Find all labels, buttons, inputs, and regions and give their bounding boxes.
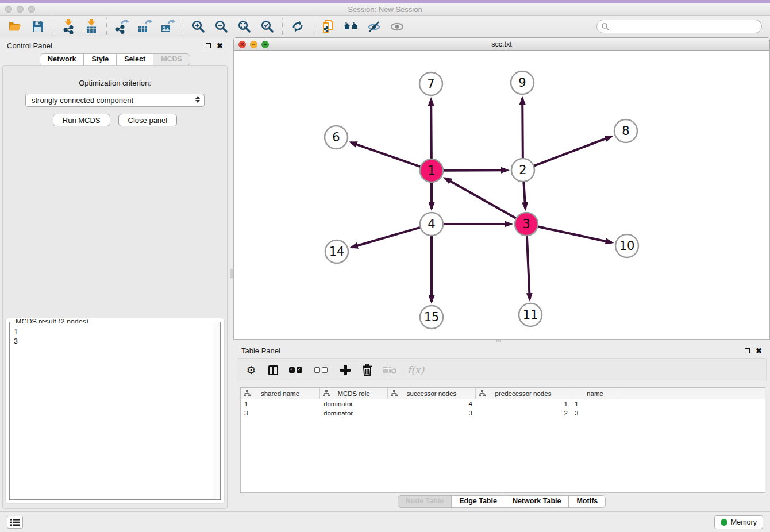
cell-name[interactable]: 1	[571, 400, 619, 407]
delete-table-button[interactable]	[383, 365, 397, 375]
mcds-result-groupbox: MCDS result (2 nodes) 1 3	[9, 322, 221, 500]
table-settings-button[interactable]: ⚙	[245, 364, 257, 376]
result-scrollbar[interactable]	[213, 323, 220, 499]
export-table-icon	[137, 19, 152, 34]
delete-column-button[interactable]	[361, 364, 373, 376]
select-all-columns-button[interactable]	[289, 367, 304, 373]
graph-node-2[interactable]: 2	[511, 159, 534, 182]
float-panel-icon[interactable]	[745, 348, 750, 353]
criterion-selected-value: strongly connected component	[32, 96, 133, 105]
cell-predecessor-nodes[interactable]: 1	[476, 400, 571, 407]
graph-edge-2-8[interactable]	[534, 137, 611, 166]
deselect-all-icon	[314, 367, 320, 373]
zoom-fit-icon	[237, 20, 251, 33]
import-network-button[interactable]	[57, 17, 80, 36]
graph-edge-3-10[interactable]	[538, 226, 612, 242]
cell-mcds-role[interactable]: dominator	[320, 410, 388, 417]
float-panel-icon[interactable]	[206, 43, 211, 48]
export-image-button[interactable]	[156, 17, 179, 36]
network-canvas[interactable]: 7968124314101511	[233, 51, 770, 340]
cell-successor-nodes[interactable]: 3	[388, 410, 476, 417]
tab-style[interactable]: Style	[83, 53, 117, 66]
tab-mcds[interactable]: MCDS	[153, 53, 190, 66]
graph-edge-1-7[interactable]	[431, 99, 432, 159]
table-row[interactable]: 1 dominator 4 1 1	[241, 399, 765, 408]
tab-motifs[interactable]: Motifs	[568, 495, 606, 508]
zoom-in-button[interactable]	[187, 17, 210, 36]
import-table-button[interactable]	[80, 17, 103, 36]
table-row[interactable]: 3 dominator 3 2 3	[241, 408, 765, 418]
export-network-button[interactable]	[110, 17, 133, 36]
save-session-button[interactable]	[26, 17, 49, 36]
graph-node-4[interactable]: 4	[420, 213, 443, 236]
graph-node-11[interactable]: 11	[519, 303, 542, 326]
network-window-titlebar[interactable]: ✕ − + scc.txt	[233, 37, 770, 51]
table-panel: Table Panel ✖ ⚙ f(x) sha	[233, 342, 770, 511]
graph-node-1[interactable]: 1	[420, 159, 443, 182]
column-label: shared name	[261, 390, 299, 397]
column-header-mcds-role[interactable]: MCDS role	[320, 388, 388, 399]
cell-mcds-role[interactable]: dominator	[320, 400, 388, 407]
zoom-selected-button[interactable]	[256, 17, 279, 36]
graph-node-10[interactable]: 10	[615, 234, 638, 257]
open-session-button[interactable]	[3, 17, 26, 36]
new-network-from-selection-button[interactable]	[317, 17, 340, 36]
cell-successor-nodes[interactable]: 4	[388, 400, 476, 407]
graph-node-6[interactable]: 6	[325, 126, 348, 149]
cell-shared-name[interactable]: 3	[241, 410, 320, 417]
graph-node-3[interactable]: 3	[515, 213, 538, 236]
function-builder-button[interactable]: f(x)	[407, 364, 424, 376]
graph-node-8[interactable]: 8	[614, 119, 637, 142]
column-header-name[interactable]: name	[571, 388, 619, 399]
graph-edge-2-9[interactable]	[522, 98, 523, 159]
graph-node-7[interactable]: 7	[419, 72, 442, 95]
column-label: successor nodes	[407, 390, 456, 397]
column-header-predecessor-nodes[interactable]: predecessor nodes	[476, 388, 571, 399]
graph-node-9[interactable]: 9	[511, 71, 534, 94]
optimization-criterion-select[interactable]: strongly connected component	[25, 94, 205, 107]
graph-edge-4-14[interactable]	[352, 228, 421, 248]
cell-predecessor-nodes[interactable]: 2	[476, 410, 571, 417]
tab-network-table[interactable]: Network Table	[505, 495, 569, 508]
graph-edge-2-3[interactable]	[523, 182, 525, 209]
graph-node-14[interactable]: 14	[325, 240, 348, 263]
first-neighbors-button[interactable]	[340, 17, 363, 36]
column-label: predecessor nodes	[495, 390, 552, 397]
cell-name[interactable]: 3	[571, 410, 619, 417]
tab-node-table[interactable]: Node Table	[398, 495, 452, 508]
refresh-button[interactable]	[286, 17, 309, 36]
open-session-icon	[7, 20, 22, 33]
zoom-fit-button[interactable]	[233, 17, 256, 36]
graph-node-15[interactable]: 15	[420, 306, 443, 329]
graph-edge-3-1[interactable]	[445, 178, 517, 218]
zoom-out-button[interactable]	[210, 17, 233, 36]
zoom-out-icon	[214, 20, 228, 33]
close-panel-icon[interactable]: ✖	[217, 42, 223, 49]
tab-network[interactable]: Network	[40, 53, 84, 66]
close-panel-icon[interactable]: ✖	[756, 347, 762, 354]
show-all-button[interactable]	[386, 17, 409, 36]
add-column-button[interactable]	[340, 365, 351, 375]
tab-select[interactable]: Select	[116, 53, 153, 66]
hide-selected-button[interactable]	[363, 17, 386, 36]
network-graph[interactable]: 7968124314101511	[234, 51, 769, 338]
column-header-successor-nodes[interactable]: successor nodes	[388, 388, 476, 399]
graph-edge-3-11[interactable]	[527, 236, 530, 299]
tab-edge-table[interactable]: Edge Table	[451, 495, 505, 508]
show-graphics-details-button[interactable]	[7, 516, 23, 529]
function-builder-icon: f(x)	[407, 364, 424, 376]
column-header-shared-name[interactable]: shared name	[241, 388, 320, 399]
close-panel-button[interactable]: Close panel	[118, 114, 178, 126]
export-table-button[interactable]	[133, 17, 156, 36]
graph-edge-1-2[interactable]	[443, 170, 507, 171]
search-input[interactable]	[596, 20, 762, 33]
show-columns-button[interactable]	[267, 365, 279, 375]
memory-button[interactable]: Memory	[714, 515, 763, 529]
graph-edge-1-6[interactable]	[351, 142, 421, 167]
mcds-result-text[interactable]: 1 3	[10, 323, 212, 499]
run-mcds-button[interactable]: Run MCDS	[53, 114, 110, 126]
cell-shared-name[interactable]: 1	[241, 400, 320, 407]
node-table[interactable]: shared name MCDS role successor nodes pr…	[240, 387, 765, 493]
deselect-all-columns-button[interactable]	[314, 367, 329, 373]
graph-node-label: 3	[522, 217, 530, 231]
